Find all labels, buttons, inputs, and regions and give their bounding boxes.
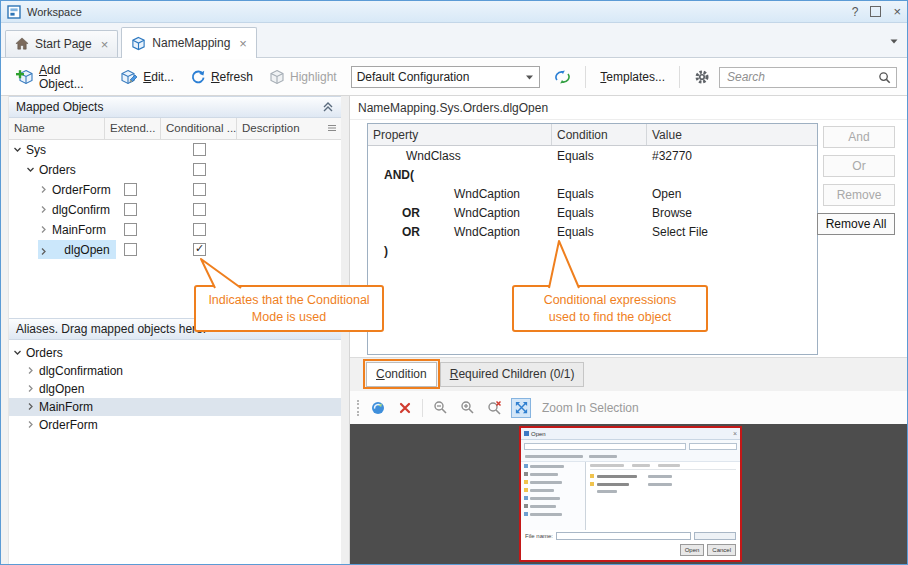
column-name[interactable]: Name [9, 118, 105, 139]
column-chooser-icon[interactable] [327, 122, 341, 139]
namemapping-toolbar: Add Object... Edit... Refresh Highlight … [1, 59, 907, 96]
column-property[interactable]: Property [368, 124, 552, 145]
templates-button[interactable]: Templates... [593, 66, 672, 88]
tab-condition[interactable]: Condition [366, 362, 437, 387]
tree-row-mainform[interactable]: MainForm [9, 220, 341, 240]
tab-start-page[interactable]: Start Page × [5, 30, 118, 57]
delete-image-icon[interactable] [395, 398, 415, 418]
thumbnail-address-bar [521, 440, 740, 452]
chevron-right-icon[interactable] [26, 402, 35, 411]
extended-checkbox[interactable] [124, 243, 137, 256]
extended-checkbox[interactable] [124, 183, 137, 196]
alias-row-dlgopen[interactable]: dlgOpen [9, 380, 341, 398]
tree-row-sys[interactable]: Sys [9, 140, 341, 160]
column-description[interactable]: Description [237, 118, 341, 139]
search-input[interactable] [725, 69, 878, 85]
condition-row[interactable]: WndCaption Equals Open [368, 184, 817, 203]
conditional-checkbox[interactable] [193, 203, 206, 216]
tree-row-dlgopen[interactable]: dlgOpen [9, 240, 341, 260]
remove-all-button[interactable]: Remove All [817, 213, 895, 235]
edit-button[interactable]: Edit... [114, 65, 181, 89]
tab-required-children[interactable]: Required Children (0/1) [440, 362, 585, 387]
conditional-checkbox[interactable] [193, 143, 206, 156]
add-object-label: Add Object... [39, 63, 105, 91]
and-button[interactable]: And [823, 126, 895, 148]
workspace-window: Workspace ? × Start Page × NameMapping × [0, 0, 908, 565]
or-button[interactable]: Or [823, 155, 895, 177]
tab-namemapping[interactable]: NameMapping × [121, 27, 257, 58]
aliases-title: Aliases. Drag mapped objects here. [16, 322, 206, 336]
column-extended[interactable]: Extend... [105, 118, 161, 139]
toolbar-separator [679, 66, 680, 88]
alias-row-mainform[interactable]: MainForm [9, 398, 341, 416]
tree-row-orderform[interactable]: OrderForm [9, 180, 341, 200]
highlight-button[interactable]: Highlight [262, 65, 344, 89]
zoom-in-icon[interactable] [457, 398, 477, 418]
tab-label: NameMapping [152, 36, 230, 50]
tree-row-dlgconfirm[interactable]: dlgConfirm [9, 200, 341, 220]
thumbnail-command-bar [521, 452, 740, 462]
chevron-right-icon[interactable] [39, 205, 48, 214]
home-icon [15, 37, 29, 51]
alias-row-orderform[interactable]: OrderForm [9, 416, 341, 434]
collapse-panel-icon[interactable] [322, 101, 334, 113]
conditional-checkbox[interactable] [193, 223, 206, 236]
conditional-checkbox[interactable] [193, 183, 206, 196]
condition-table-header: Property Condition Value [368, 124, 817, 146]
object-image-preview[interactable]: Open × [350, 424, 907, 564]
file-name-label: File name: [525, 533, 553, 539]
maximize-button[interactable] [870, 6, 881, 17]
condition-row[interactable]: ORWndCaption Equals Browse [368, 203, 817, 222]
chevron-down-icon[interactable] [26, 165, 35, 174]
search-box [719, 67, 897, 88]
settings-button[interactable] [687, 65, 717, 89]
update-image-icon[interactable] [368, 398, 388, 418]
zoom-reset-icon[interactable] [484, 398, 504, 418]
column-conditional[interactable]: Conditional ... [161, 118, 237, 139]
titlebar: Workspace ? × [1, 1, 907, 23]
chevron-down-icon [525, 74, 534, 81]
conditional-checkbox[interactable] [193, 163, 206, 176]
chevron-right-icon[interactable] [26, 420, 35, 429]
alias-row-orders[interactable]: Orders [9, 344, 341, 362]
help-button[interactable]: ? [852, 5, 859, 19]
chevron-down-icon[interactable] [13, 145, 22, 154]
close-button[interactable]: × [893, 4, 901, 19]
column-value[interactable]: Value [647, 124, 817, 145]
tab-list-chevron-icon[interactable] [889, 31, 903, 49]
cube-icon [131, 36, 146, 51]
tree-row-orders[interactable]: Orders [9, 160, 341, 180]
cancel-button: Cancel [707, 544, 736, 556]
alias-row-dlgconfirmation[interactable]: dlgConfirmation [9, 362, 341, 380]
zoom-out-icon[interactable] [430, 398, 450, 418]
chevron-down-icon[interactable] [13, 348, 22, 357]
extended-checkbox[interactable] [124, 223, 137, 236]
image-toolbar: Zoom In Selection [350, 391, 907, 424]
close-icon: × [733, 430, 737, 437]
open-dialog-thumbnail: Open × [519, 426, 742, 562]
conditional-mode-callout: Indicates that the Conditional Mode is u… [194, 285, 384, 332]
toolbar-grip[interactable] [357, 400, 359, 416]
mapped-objects-title: Mapped Objects [16, 100, 103, 114]
remove-button[interactable]: Remove [823, 184, 895, 206]
zoom-in-selection-icon[interactable] [511, 398, 531, 418]
condition-row[interactable]: WndClass Equals #32770 [368, 146, 817, 165]
add-object-button[interactable]: Add Object... [9, 59, 112, 95]
aliases-tree: Orders dlgConfirmation dlgOpen MainForm … [9, 344, 341, 564]
chevron-right-icon[interactable] [39, 225, 48, 234]
thumbnail-titlebar: Open × [521, 428, 740, 440]
mapped-objects-column-header: Name Extend... Conditional ... Descripti… [9, 118, 341, 140]
refresh-configuration-button[interactable] [547, 65, 578, 89]
close-tab-icon[interactable]: × [239, 36, 247, 51]
chevron-right-icon[interactable] [26, 366, 35, 375]
configuration-select[interactable]: Default Configuration [351, 66, 541, 88]
condition-row[interactable]: AND( [368, 165, 817, 184]
open-button: Open [680, 544, 705, 556]
extended-checkbox[interactable] [124, 203, 137, 216]
column-condition[interactable]: Condition [552, 124, 647, 145]
chevron-right-icon[interactable] [39, 245, 48, 259]
chevron-right-icon[interactable] [39, 185, 48, 194]
chevron-right-icon[interactable] [26, 384, 35, 393]
close-tab-icon[interactable]: × [101, 37, 109, 52]
refresh-button[interactable]: Refresh [183, 65, 260, 89]
